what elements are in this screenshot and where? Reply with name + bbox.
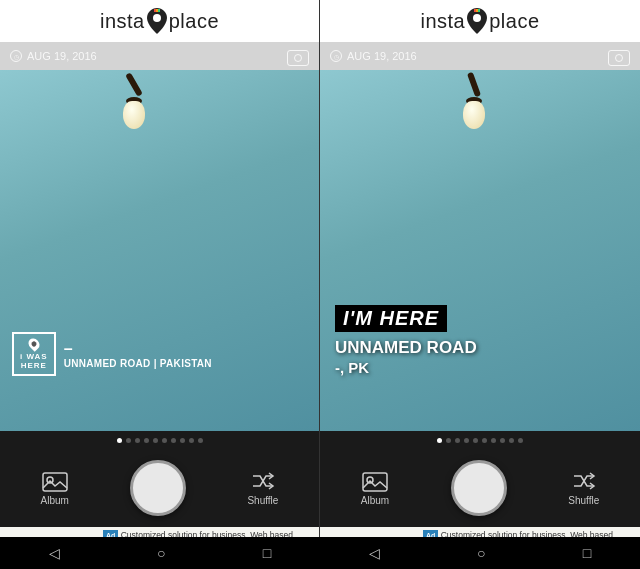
logo-text-place-right: place: [489, 10, 539, 33]
album-icon-right: [361, 470, 389, 492]
rdot-0: [437, 438, 442, 443]
photo-area-left: ◷ AUG 19, 2016 i WAS HERE: [0, 42, 319, 431]
logo-right: insta place: [420, 8, 539, 34]
back-button-right[interactable]: ◁: [369, 545, 380, 561]
svg-rect-3: [158, 9, 160, 12]
menu-button-left[interactable]: □: [263, 545, 271, 561]
dot-2: [135, 438, 140, 443]
rdot-2: [455, 438, 460, 443]
album-button-left[interactable]: Album: [41, 470, 69, 506]
im-here-location2: -, PK: [335, 359, 625, 376]
was-here-badge: i WAS HERE – UNNAMED ROAD | PAKISTAN: [12, 332, 212, 376]
dot-3: [144, 438, 149, 443]
rdot-7: [500, 438, 505, 443]
ad-content-left: Ad Customized solution for business, Web…: [103, 530, 313, 537]
dot-5: [162, 438, 167, 443]
svg-rect-1: [154, 9, 156, 12]
date-text-left: AUG 19, 2016: [27, 50, 97, 62]
rdot-8: [509, 438, 514, 443]
im-here-location1: UNNAMED ROAD: [335, 337, 625, 359]
svg-point-6: [473, 14, 481, 22]
date-text-right: AUG 19, 2016: [347, 50, 417, 62]
album-label-left: Album: [41, 495, 69, 506]
shuffle-button-right[interactable]: Shuffle: [568, 470, 599, 506]
panel-right: insta place: [320, 0, 640, 537]
dot-6: [171, 438, 176, 443]
was-text-1: i WAS: [20, 352, 48, 361]
light-fixture-left: [123, 72, 145, 129]
shuffle-icon-left: [249, 470, 277, 492]
dot-7: [180, 438, 185, 443]
was-text-2: HERE: [21, 361, 47, 370]
shuffle-label-left: Shuffle: [247, 495, 278, 506]
svg-rect-9: [478, 9, 480, 12]
ad-badge-right: Ad: [423, 530, 438, 537]
shutter-button-right[interactable]: [451, 460, 507, 516]
rdot-1: [446, 438, 451, 443]
date-overlay-left: ◷ AUG 19, 2016: [10, 50, 97, 62]
nav-bar-row: ◁ ○ □ ◁ ○ □: [0, 537, 640, 569]
logo-left: insta place: [100, 8, 219, 34]
ad-banner-right[interactable]: Technology Simplified › Ad Customized so…: [320, 527, 640, 537]
camera-icon-left[interactable]: [287, 50, 309, 66]
logo-text-place: place: [169, 10, 219, 33]
rdot-4: [473, 438, 478, 443]
header-right: insta place: [320, 0, 640, 42]
logo-pin-right: [467, 8, 487, 34]
svg-rect-4: [43, 473, 67, 491]
shutter-button-left[interactable]: [130, 460, 186, 516]
album-button-right[interactable]: Album: [361, 470, 389, 506]
dot-8: [189, 438, 194, 443]
nav-bar-left: ◁ ○ □: [0, 537, 320, 569]
app-container: insta place: [0, 0, 640, 537]
im-here-title: I'M HERE: [335, 305, 447, 332]
header-left: insta place: [0, 0, 319, 42]
menu-button-right[interactable]: □: [583, 545, 591, 561]
date-overlay-right: ◷ AUG 19, 2016: [330, 50, 417, 62]
toolbar-left: Album Shuffle: [0, 449, 319, 527]
dot-1: [126, 438, 131, 443]
camera-icon-right[interactable]: [608, 50, 630, 66]
toolbar-right: Album Shuffle: [320, 449, 640, 527]
svg-rect-8: [476, 9, 478, 12]
photo-area-right: ◷ AUG 19, 2016 I'M HERE UNNAMED ROAD -, …: [320, 42, 640, 431]
rdot-6: [491, 438, 496, 443]
light-fixture-right: [463, 72, 485, 129]
album-icon-left: [41, 470, 69, 492]
shuffle-button-left[interactable]: Shuffle: [247, 470, 278, 506]
dot-0: [117, 438, 122, 443]
svg-rect-2: [156, 9, 158, 12]
dots-left: [0, 431, 319, 449]
clock-icon-right: ◷: [330, 50, 342, 62]
logo-text-insta-right: insta: [420, 10, 465, 33]
svg-rect-10: [363, 473, 387, 491]
rdot-9: [518, 438, 523, 443]
dot-9: [198, 438, 203, 443]
home-button-right[interactable]: ○: [477, 545, 485, 561]
home-button-left[interactable]: ○: [157, 545, 165, 561]
wall-left: [0, 70, 319, 431]
ad-body-right: Customized solution for business, Web ba…: [423, 530, 613, 537]
album-label-right: Album: [361, 495, 389, 506]
ad-badge-left: Ad: [103, 530, 118, 537]
rdot-5: [482, 438, 487, 443]
back-button-left[interactable]: ◁: [49, 545, 60, 561]
ad-banner-left[interactable]: Technology Simplified › Ad Customized so…: [0, 527, 319, 537]
logo-text-insta: insta: [100, 10, 145, 33]
rdot-3: [464, 438, 469, 443]
was-here-box: i WAS HERE: [12, 332, 56, 376]
dots-right: [320, 431, 640, 449]
im-here-overlay: I'M HERE UNNAMED ROAD -, PK: [335, 305, 625, 376]
nav-bar-right: ◁ ○ □: [320, 537, 640, 569]
svg-point-0: [153, 14, 161, 22]
ad-body-left: Customized solution for business, Web ba…: [103, 530, 293, 537]
ad-content-right: Ad Customized solution for business, Web…: [423, 530, 634, 537]
shuffle-icon-right: [570, 470, 598, 492]
location-left: UNNAMED ROAD | PAKISTAN: [64, 358, 212, 369]
location-info-left: – UNNAMED ROAD | PAKISTAN: [64, 340, 212, 369]
dash-left: –: [64, 340, 212, 358]
logo-pin-left: [147, 8, 167, 34]
svg-rect-7: [474, 9, 476, 12]
shuffle-label-right: Shuffle: [568, 495, 599, 506]
dot-4: [153, 438, 158, 443]
